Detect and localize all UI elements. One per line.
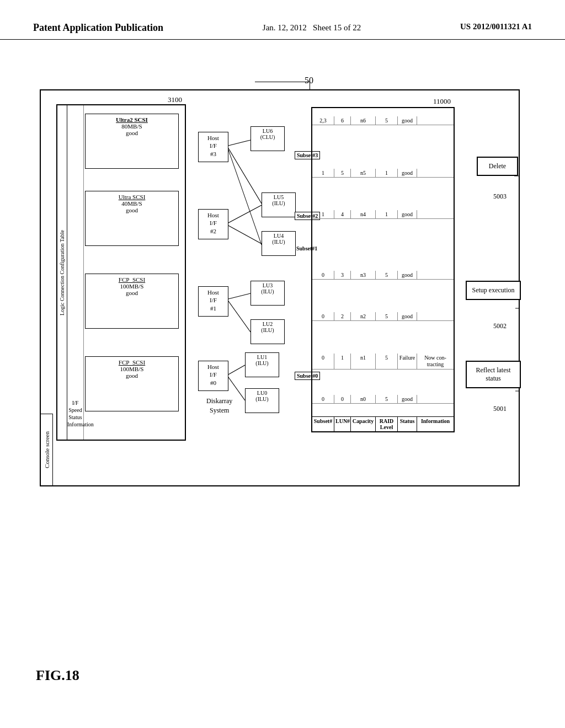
fig-label: FIG.18	[36, 667, 79, 684]
table-row-lu1: 0 1 n1 5 Failure Now con-tracting	[312, 354, 454, 370]
table-headers-bottom: Subset# LUN# Capacity RAID Level Status …	[312, 416, 454, 431]
col-if: I/F	[67, 400, 83, 406]
console-screen-label: Console screen	[41, 414, 53, 485]
setup-execution-button[interactable]: Setup execution	[466, 281, 521, 300]
host-if-1: HostI/F#1	[198, 286, 228, 317]
lu6-box: LU6(CLU)	[250, 126, 285, 151]
lcct-label: Logic Connection Configuration Table	[57, 105, 67, 440]
host-entry-1: Ultra SCSI 40MB/S good	[85, 191, 179, 246]
host-if-2: HostI/F#2	[198, 209, 228, 239]
lu0-box: LU0(ILU)	[245, 388, 279, 413]
host-if-3: HostI/F#3	[198, 132, 228, 162]
col-info: Information	[67, 421, 83, 427]
publication-label: Patent Application Publication	[33, 22, 163, 34]
host-if-0: HostI/F#0	[198, 361, 228, 391]
lcct-box: Logic Connection Configuration Table I/F…	[56, 104, 186, 441]
host-entry-0: Ultra2 SCSI 80MB/S good	[85, 114, 179, 169]
table-row-lu3: 0 3 n3 5 good	[312, 271, 454, 280]
ref-3100: 3100	[168, 95, 182, 104]
table-content: Subset# LUN# Capacity RAID Level Status …	[312, 108, 454, 431]
lu2-box: LU2(ILU)	[250, 319, 285, 344]
table-row-lu2: 0 2 n2 5 good	[312, 312, 454, 321]
svg-line-0	[228, 140, 250, 146]
page-header: Patent Application Publication Jan. 12, …	[0, 0, 565, 40]
patent-number: US 2012/0011321 A1	[460, 22, 532, 31]
svg-line-3	[228, 148, 262, 204]
svg-line-8	[228, 150, 262, 245]
col-status: Status	[67, 414, 83, 420]
diskarray-label: DiskarraySystem	[206, 397, 232, 415]
ref-5003: 5003	[493, 192, 507, 201]
console-screen-box: Console screen Logic Connection Configur…	[40, 89, 520, 486]
svg-line-2	[228, 226, 262, 244]
host-entry-3: FCP_SCSI 100MB/S good	[85, 356, 179, 411]
host-entry-2: FCP_SCSI 100MB/S good	[85, 274, 179, 329]
svg-line-5	[228, 301, 250, 332]
svg-line-1	[228, 205, 262, 223]
ref-5001: 5001	[493, 405, 507, 413]
lu5-box: LU5(ILU)	[262, 192, 296, 217]
svg-line-6	[228, 365, 245, 374]
ref-5002: 5002	[493, 322, 507, 330]
col-speed: Speed	[67, 407, 83, 413]
sheet-info: Jan. 12, 2012 Sheet 15 of 22	[263, 22, 361, 34]
lu4-box: LU4(ILU)	[262, 231, 296, 256]
reflect-latest-status-button[interactable]: Reflect latest status	[466, 361, 521, 388]
lu3-box: LU3(ILU)	[250, 281, 285, 306]
diagram-area: 50 Console screen Logic Connection Confi…	[34, 73, 531, 503]
table-row-lu6: 2,3 6 n6 5 good	[312, 116, 454, 125]
table-row-lu0: 0 0 n0 5 good	[312, 395, 454, 404]
table-row-lu4: 1 4 n4 1 good	[312, 210, 454, 219]
table-row-lu5: 1 5 n5 1 good	[312, 169, 454, 178]
col-headers: I/F Speed Status Information	[67, 105, 84, 440]
lu1-box: LU1(ILU)	[245, 352, 279, 377]
ref-11000: 11000	[433, 97, 451, 106]
subset-data-table: 11000 Subset# LUN# Capacity RAID Level S…	[311, 107, 455, 432]
delete-button[interactable]: Delete	[477, 157, 518, 176]
svg-line-4	[228, 293, 250, 299]
